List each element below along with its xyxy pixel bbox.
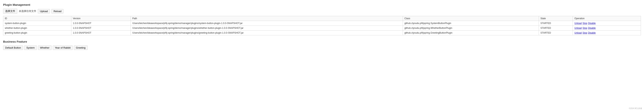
business-feature-title: Business Feature	[3, 40, 641, 43]
header-class: Class	[403, 16, 539, 21]
op-link-unload[interactable]: Unload	[574, 32, 582, 34]
cell-version: 1.0.0-SNAPSHOT	[71, 31, 130, 35]
cell-state: STARTED	[539, 26, 573, 31]
cell-id: greeting-button-plugin	[3, 31, 71, 35]
table-row: greeting-button-plugin1.0.0-SNAPSHOT/Use…	[3, 31, 641, 35]
op-link-disable[interactable]: Disable	[588, 22, 596, 25]
business-buttons-row: Default ButtonSystemWhetherYear of Rabbi…	[3, 46, 641, 50]
file-upload-row: 选择文件 未选择任何文件 Upload Reload	[3, 9, 641, 14]
cell-class: github.clyoudu.pf4jspring.SystemButtonPl…	[403, 21, 539, 26]
op-link-stop[interactable]: Stop	[582, 32, 587, 34]
plugin-management-title: Plugin Management	[3, 3, 641, 6]
header-operation: Operation	[573, 16, 641, 21]
cell-operations: UnloadStopDisable	[573, 21, 641, 26]
business-button-system[interactable]: System	[24, 46, 37, 50]
choose-file-button[interactable]: 选择文件	[3, 9, 17, 14]
cell-class: github.clyoudu.pf4jspring.GreetingButton…	[403, 31, 539, 35]
op-link-stop[interactable]: Stop	[582, 27, 587, 29]
op-link-unload[interactable]: Unload	[574, 22, 582, 25]
cell-state: STARTED	[539, 21, 573, 26]
business-button-default-button[interactable]: Default Button	[3, 46, 23, 50]
upload-button[interactable]: Upload	[38, 9, 50, 14]
cell-class: github.clyoudu.pf4jspring.WhetherButtonP…	[403, 26, 539, 31]
header-path: Path	[130, 16, 403, 21]
op-link-disable[interactable]: Disable	[588, 27, 596, 29]
op-link-stop[interactable]: Stop	[582, 22, 587, 25]
cell-id: system-button-plugin	[3, 21, 71, 26]
cell-operations: UnloadStopDisable	[573, 26, 641, 31]
op-link-disable[interactable]: Disable	[588, 32, 596, 34]
cell-path: /Users/leichen/ideaworkspace/pf4j-spring…	[130, 31, 403, 35]
cell-path: /Users/leichen/ideaworkspace/pf4j-spring…	[130, 26, 403, 31]
table-row: system-button-plugin1.0.0-SNAPSHOT/Users…	[3, 21, 641, 26]
no-file-label: 未选择任何文件	[19, 10, 36, 13]
header-version: Version	[71, 16, 130, 21]
cell-path: /Users/leichen/ideaworkspace/pf4j-spring…	[130, 21, 403, 26]
table-row: whether-button-plugin1.0.0-SNAPSHOT/User…	[3, 26, 641, 31]
cell-operations: UnloadStopDisable	[573, 31, 641, 35]
cell-version: 1.0.0-SNAPSHOT	[71, 21, 130, 26]
business-button-greeting[interactable]: Greeting	[74, 46, 88, 50]
header-state: State	[539, 16, 573, 21]
business-button-whether[interactable]: Whether	[38, 46, 52, 50]
table-header-row: ID Version Path Class State Operation	[3, 16, 641, 21]
business-feature-section: Business Feature Default ButtonSystemWhe…	[3, 40, 641, 50]
plugin-table: ID Version Path Class State Operation sy…	[3, 16, 641, 35]
header-id: ID	[3, 16, 71, 21]
cell-state: STARTED	[539, 31, 573, 35]
cell-id: whether-button-plugin	[3, 26, 71, 31]
business-button-year-of-rabbit[interactable]: Year of Rabbit	[53, 46, 73, 50]
cell-version: 1.0.0-SNAPSHOT	[71, 26, 130, 31]
reload-button[interactable]: Reload	[52, 9, 64, 14]
op-link-unload[interactable]: Unload	[574, 27, 582, 29]
